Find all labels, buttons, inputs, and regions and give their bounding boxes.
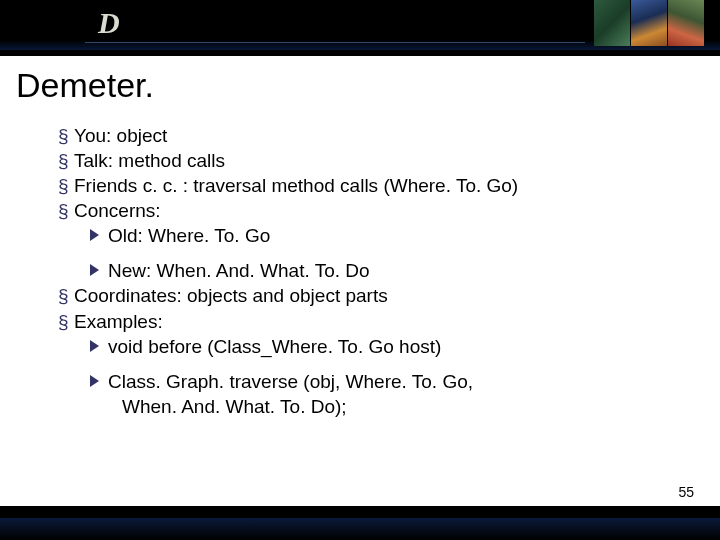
- bullet-examples: Examples:: [22, 309, 698, 334]
- subbullet-void-before: void before (Class_Where. To. Go host): [22, 334, 698, 359]
- footer-band: [0, 518, 720, 540]
- bullet-coordinates: Coordinates: objects and object parts: [22, 283, 698, 308]
- header-band: D: [0, 0, 720, 50]
- subbullet-classgraph: Class. Graph. traverse (obj, Where. To. …: [22, 369, 698, 394]
- logo-letter: D: [98, 6, 120, 40]
- bullet-concerns: Concerns:: [22, 198, 698, 223]
- bullet-talk: Talk: method calls: [22, 148, 698, 173]
- slide: D Demeter. You: object Talk: method call…: [0, 0, 720, 540]
- art-panel-3: [668, 0, 704, 46]
- art-panel-1: [594, 0, 630, 46]
- bullet-you: You: object: [22, 123, 698, 148]
- spacer: [22, 248, 698, 258]
- subbullet-new: New: When. And. What. To. Do: [22, 258, 698, 283]
- header-divider: [85, 42, 585, 43]
- subbullet-old: Old: Where. To. Go: [22, 223, 698, 248]
- content-area: Demeter. You: object Talk: method calls …: [0, 56, 720, 506]
- bullet-friends: Friends c. c. : traversal method calls (…: [22, 173, 698, 198]
- header-artwork: [594, 0, 704, 46]
- slide-body: You: object Talk: method calls Friends c…: [22, 123, 698, 419]
- spacer: [22, 359, 698, 369]
- subbullet-classgraph-cont: When. And. What. To. Do);: [22, 394, 698, 419]
- slide-title: Demeter.: [16, 66, 698, 105]
- art-panel-2: [631, 0, 667, 46]
- page-number: 55: [678, 484, 694, 500]
